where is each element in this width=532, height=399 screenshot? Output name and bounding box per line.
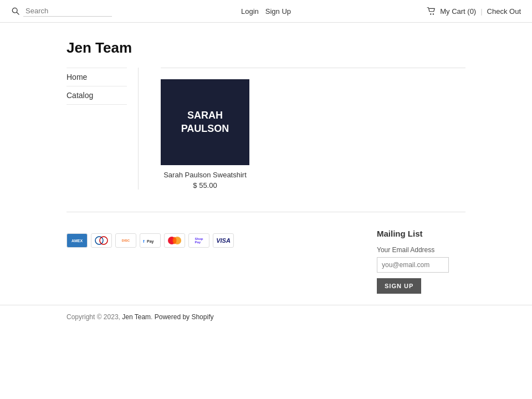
- cart-link[interactable]: My Cart (0): [440, 7, 476, 16]
- mailing-signup-button[interactable]: SIGN UP: [377, 278, 421, 294]
- product-name: Sarah Paulson Sweatshirt: [161, 171, 249, 179]
- svg-text:f: f: [143, 239, 145, 244]
- copyright-bar: Copyright © 2023, Jen Team. Powered by S…: [0, 305, 532, 329]
- signup-link[interactable]: Sign Up: [265, 7, 291, 16]
- payment-mastercard: [164, 233, 185, 248]
- checkout-link[interactable]: Check Out: [487, 7, 521, 16]
- products-area: SARAH PAULSON Sarah Paulson Sweatshirt $…: [161, 68, 466, 190]
- mailing-email-label: Your Email Address: [377, 246, 466, 254]
- sidebar-item-catalog[interactable]: Catalog: [66, 86, 127, 105]
- search-area: [11, 6, 181, 17]
- footer-content: AMEX DISC f Pay: [0, 212, 532, 305]
- main-layout: Home Catalog SARAH PAULSON Sarah Paulson…: [0, 68, 532, 190]
- payment-visa: VISA: [213, 233, 234, 248]
- product-image-text: SARAH PAULSON: [181, 109, 229, 135]
- svg-point-10: [173, 237, 177, 244]
- copyright-text: Copyright © 2023,: [66, 313, 120, 321]
- search-input[interactable]: [23, 6, 112, 17]
- svg-point-4: [95, 237, 103, 244]
- mailing-email-input[interactable]: [377, 257, 449, 273]
- mailing-title: Mailing List: [377, 229, 466, 238]
- header-divider: |: [480, 7, 482, 16]
- payment-meta: f Pay: [140, 233, 161, 248]
- svg-point-3: [433, 13, 434, 14]
- login-link[interactable]: Login: [241, 7, 259, 16]
- cart-icon: [427, 7, 436, 15]
- svg-text:Pay: Pay: [147, 239, 154, 244]
- product-price: $ 55.00: [161, 181, 249, 190]
- payment-shopify: ShopPay: [188, 233, 209, 248]
- site-title: Jen Team: [0, 23, 532, 68]
- product-image: SARAH PAULSON: [161, 79, 249, 165]
- sidebar-item-home[interactable]: Home: [66, 68, 127, 86]
- payment-amex: AMEX: [66, 233, 88, 248]
- payment-icons: AMEX DISC f Pay: [66, 229, 234, 248]
- payment-discover: DISC: [115, 233, 136, 248]
- header-right: My Cart (0) | Check Out: [351, 7, 521, 16]
- sidebar: Home Catalog: [66, 68, 139, 190]
- payment-diners: [91, 233, 112, 248]
- svg-point-5: [100, 237, 108, 244]
- product-card[interactable]: SARAH PAULSON Sarah Paulson Sweatshirt $…: [161, 79, 249, 190]
- svg-point-2: [430, 13, 431, 14]
- svg-line-1: [17, 12, 19, 14]
- main-nav: Login Sign Up: [181, 7, 351, 16]
- products-grid: SARAH PAULSON Sarah Paulson Sweatshirt $…: [161, 74, 466, 190]
- diners-svg: [94, 236, 109, 245]
- mailing-list: Mailing List Your Email Address SIGN UP: [377, 229, 466, 294]
- shop-name-link[interactable]: Jen Team: [122, 313, 151, 321]
- header: Login Sign Up My Cart (0) | Check Out: [0, 0, 532, 23]
- search-icon: [11, 7, 20, 15]
- powered-by-link[interactable]: Powered by Shopify: [155, 313, 214, 321]
- meta-svg: f Pay: [142, 236, 158, 245]
- mastercard-svg: [166, 236, 183, 245]
